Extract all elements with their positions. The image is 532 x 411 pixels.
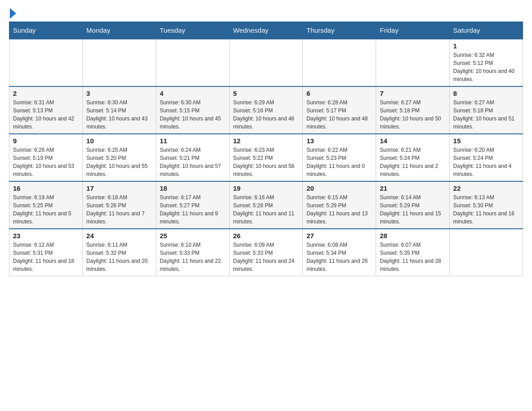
calendar-cell: 18Sunrise: 6:17 AMSunset: 5:27 PMDayligh…: [156, 181, 229, 229]
calendar-cell: 14Sunrise: 6:21 AMSunset: 5:24 PMDayligh…: [376, 134, 450, 181]
day-number: 12: [233, 137, 299, 145]
calendar-cell: 2Sunrise: 6:31 AMSunset: 5:13 PMDaylight…: [9, 86, 83, 134]
calendar-cell: 15Sunrise: 6:20 AMSunset: 5:24 PMDayligh…: [450, 134, 523, 181]
day-info: Sunrise: 6:18 AMSunset: 5:26 PMDaylight:…: [86, 193, 152, 226]
day-info: Sunrise: 6:10 AMSunset: 5:33 PMDaylight:…: [160, 241, 226, 273]
day-info: Sunrise: 6:19 AMSunset: 5:25 PMDaylight:…: [13, 193, 79, 226]
week-row-1: 1Sunrise: 6:32 AMSunset: 5:12 PMDaylight…: [9, 39, 523, 86]
calendar-cell: 3Sunrise: 6:30 AMSunset: 5:14 PMDaylight…: [82, 86, 156, 134]
day-info: Sunrise: 6:21 AMSunset: 5:24 PMDaylight:…: [380, 146, 446, 178]
calendar-cell: 25Sunrise: 6:10 AMSunset: 5:33 PMDayligh…: [156, 229, 229, 276]
day-info: Sunrise: 6:22 AMSunset: 5:23 PMDaylight:…: [306, 146, 372, 178]
calendar-cell: 11Sunrise: 6:24 AMSunset: 5:21 PMDayligh…: [156, 134, 229, 181]
day-number: 18: [160, 184, 226, 192]
calendar-cell: [156, 39, 229, 86]
day-info: Sunrise: 6:15 AMSunset: 5:29 PMDaylight:…: [306, 193, 372, 226]
calendar-cell: 24Sunrise: 6:11 AMSunset: 5:32 PMDayligh…: [82, 229, 156, 276]
day-info: Sunrise: 6:14 AMSunset: 5:29 PMDaylight:…: [380, 193, 446, 226]
day-info: Sunrise: 6:32 AMSunset: 5:12 PMDaylight:…: [453, 51, 519, 83]
column-header-wednesday: Wednesday: [229, 22, 303, 39]
week-row-2: 2Sunrise: 6:31 AMSunset: 5:13 PMDaylight…: [9, 86, 523, 134]
day-info: Sunrise: 6:20 AMSunset: 5:24 PMDaylight:…: [453, 146, 519, 178]
calendar-cell: 28Sunrise: 6:07 AMSunset: 5:35 PMDayligh…: [376, 229, 450, 276]
week-row-5: 23Sunrise: 6:12 AMSunset: 5:31 PMDayligh…: [9, 229, 523, 276]
calendar-cell: 20Sunrise: 6:15 AMSunset: 5:29 PMDayligh…: [303, 181, 376, 229]
day-info: Sunrise: 6:26 AMSunset: 5:19 PMDaylight:…: [13, 146, 79, 178]
day-info: Sunrise: 6:27 AMSunset: 5:18 PMDaylight:…: [453, 98, 519, 131]
calendar-cell: [303, 39, 376, 86]
day-number: 27: [306, 232, 372, 240]
day-info: Sunrise: 6:08 AMSunset: 5:34 PMDaylight:…: [306, 241, 372, 273]
calendar-cell: 6Sunrise: 6:28 AMSunset: 5:17 PMDaylight…: [303, 86, 376, 134]
day-number: 13: [306, 137, 372, 145]
day-number: 28: [380, 232, 446, 240]
logo: [9, 9, 16, 17]
week-row-4: 16Sunrise: 6:19 AMSunset: 5:25 PMDayligh…: [9, 181, 523, 229]
day-number: 23: [13, 232, 79, 240]
column-header-thursday: Thursday: [303, 22, 376, 39]
column-header-saturday: Saturday: [450, 22, 523, 39]
day-info: Sunrise: 6:12 AMSunset: 5:31 PMDaylight:…: [13, 241, 79, 273]
day-number: 25: [160, 232, 226, 240]
day-info: Sunrise: 6:07 AMSunset: 5:35 PMDaylight:…: [380, 241, 446, 273]
calendar-cell: 21Sunrise: 6:14 AMSunset: 5:29 PMDayligh…: [376, 181, 450, 229]
day-number: 1: [453, 42, 519, 50]
calendar-cell: [376, 39, 450, 86]
day-number: 11: [160, 137, 226, 145]
calendar-cell: 22Sunrise: 6:13 AMSunset: 5:30 PMDayligh…: [450, 181, 523, 229]
calendar-cell: 5Sunrise: 6:29 AMSunset: 5:16 PMDaylight…: [229, 86, 303, 134]
week-row-3: 9Sunrise: 6:26 AMSunset: 5:19 PMDaylight…: [9, 134, 523, 181]
day-number: 8: [453, 90, 519, 97]
logo-arrow-icon: [10, 8, 16, 19]
calendar-table: SundayMondayTuesdayWednesdayThursdayFrid…: [9, 21, 523, 276]
day-info: Sunrise: 6:16 AMSunset: 5:28 PMDaylight:…: [233, 193, 299, 226]
day-info: Sunrise: 6:27 AMSunset: 5:18 PMDaylight:…: [380, 98, 446, 131]
day-number: 14: [380, 137, 446, 145]
day-info: Sunrise: 6:17 AMSunset: 5:27 PMDaylight:…: [160, 193, 226, 226]
day-number: 16: [13, 184, 79, 192]
day-number: 7: [380, 90, 446, 97]
calendar-header-row: SundayMondayTuesdayWednesdayThursdayFrid…: [9, 22, 523, 39]
calendar-cell: 10Sunrise: 6:25 AMSunset: 5:20 PMDayligh…: [82, 134, 156, 181]
day-number: 26: [233, 232, 299, 240]
day-number: 9: [13, 137, 79, 145]
column-header-monday: Monday: [82, 22, 156, 39]
day-info: Sunrise: 6:24 AMSunset: 5:21 PMDaylight:…: [160, 146, 226, 178]
day-info: Sunrise: 6:23 AMSunset: 5:22 PMDaylight:…: [233, 146, 299, 178]
calendar-cell: 17Sunrise: 6:18 AMSunset: 5:26 PMDayligh…: [82, 181, 156, 229]
day-info: Sunrise: 6:11 AMSunset: 5:32 PMDaylight:…: [86, 241, 152, 273]
calendar-cell: 12Sunrise: 6:23 AMSunset: 5:22 PMDayligh…: [229, 134, 303, 181]
day-number: 4: [160, 90, 226, 97]
day-info: Sunrise: 6:25 AMSunset: 5:20 PMDaylight:…: [86, 146, 152, 178]
day-info: Sunrise: 6:28 AMSunset: 5:17 PMDaylight:…: [306, 98, 372, 131]
calendar-cell: 19Sunrise: 6:16 AMSunset: 5:28 PMDayligh…: [229, 181, 303, 229]
day-number: 20: [306, 184, 372, 192]
calendar-cell: 26Sunrise: 6:09 AMSunset: 5:33 PMDayligh…: [229, 229, 303, 276]
calendar-cell: 7Sunrise: 6:27 AMSunset: 5:18 PMDaylight…: [376, 86, 450, 134]
calendar-cell: 9Sunrise: 6:26 AMSunset: 5:19 PMDaylight…: [9, 134, 83, 181]
day-info: Sunrise: 6:31 AMSunset: 5:13 PMDaylight:…: [13, 98, 79, 131]
day-number: 19: [233, 184, 299, 192]
calendar-cell: 8Sunrise: 6:27 AMSunset: 5:18 PMDaylight…: [450, 86, 523, 134]
calendar-cell: [82, 39, 156, 86]
calendar-cell: [450, 229, 523, 276]
day-number: 10: [86, 137, 152, 145]
day-number: 6: [306, 90, 372, 97]
calendar-cell: 27Sunrise: 6:08 AMSunset: 5:34 PMDayligh…: [303, 229, 376, 276]
calendar-cell: [9, 39, 83, 86]
calendar-cell: 1Sunrise: 6:32 AMSunset: 5:12 PMDaylight…: [450, 39, 523, 86]
column-header-friday: Friday: [376, 22, 450, 39]
day-number: 2: [13, 90, 79, 97]
day-number: 21: [380, 184, 446, 192]
day-info: Sunrise: 6:13 AMSunset: 5:30 PMDaylight:…: [453, 193, 519, 226]
calendar-cell: 13Sunrise: 6:22 AMSunset: 5:23 PMDayligh…: [303, 134, 376, 181]
calendar-cell: 4Sunrise: 6:30 AMSunset: 5:15 PMDaylight…: [156, 86, 229, 134]
day-info: Sunrise: 6:09 AMSunset: 5:33 PMDaylight:…: [233, 241, 299, 273]
day-info: Sunrise: 6:29 AMSunset: 5:16 PMDaylight:…: [233, 98, 299, 131]
column-header-tuesday: Tuesday: [156, 22, 229, 39]
calendar-cell: 16Sunrise: 6:19 AMSunset: 5:25 PMDayligh…: [9, 181, 83, 229]
day-number: 5: [233, 90, 299, 97]
day-number: 17: [86, 184, 152, 192]
day-number: 22: [453, 184, 519, 192]
column-header-sunday: Sunday: [9, 22, 83, 39]
